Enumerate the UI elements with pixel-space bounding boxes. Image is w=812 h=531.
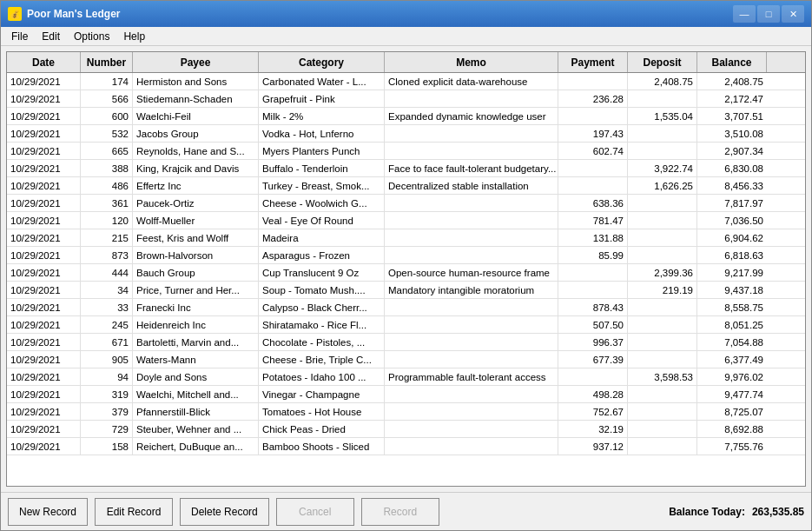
cell-18-5: 498.28 — [558, 386, 628, 402]
cell-19-3: Tomatoes - Hot House — [259, 403, 385, 420]
cell-20-3: Chick Peas - Dried — [259, 421, 385, 437]
minimize-button[interactable]: — — [733, 5, 756, 23]
cell-20-7: 8,692.88 — [697, 421, 767, 437]
table-row[interactable]: 10/29/2021215Feest, Kris and WolffMadeir… — [7, 229, 805, 247]
cell-20-0: 10/29/2021 — [7, 421, 81, 437]
col-deposit: Deposit — [628, 52, 697, 72]
menu-item-file[interactable]: File — [4, 29, 35, 44]
cell-11-0: 10/29/2021 — [7, 264, 81, 281]
table-row[interactable]: 10/29/2021174Hermiston and SonsCarbonate… — [7, 73, 805, 90]
table-row[interactable]: 10/29/2021873Brown-HalvorsonAsparagus - … — [7, 247, 805, 264]
table-row[interactable]: 10/29/2021361Paucek-OrtizCheese - Woolwi… — [7, 195, 805, 212]
table-row[interactable]: 10/29/202134Price, Turner and Her...Soup… — [7, 282, 805, 299]
cell-16-1: 905 — [81, 351, 133, 368]
cell-1-3: Grapefruit - Pink — [259, 90, 385, 107]
cell-10-3: Asparagus - Frozen — [259, 247, 385, 263]
cell-8-2: Wolff-Mueller — [133, 212, 259, 229]
cell-6-7: 8,456.33 — [697, 177, 767, 194]
cell-4-5: 602.74 — [558, 143, 628, 159]
menu-item-edit[interactable]: Edit — [35, 29, 67, 44]
cell-8-6 — [628, 212, 697, 229]
cell-3-3: Vodka - Hot, Lnferno — [259, 125, 385, 142]
cell-19-4 — [385, 403, 558, 420]
table-row[interactable]: 10/29/2021600Waelchi-FeilMilk - 2%Expand… — [7, 108, 805, 125]
cell-10-2: Brown-Halvorson — [133, 247, 259, 263]
table-row[interactable]: 10/29/2021665Reynolds, Hane and S...Myer… — [7, 143, 805, 160]
cell-7-5: 638.36 — [558, 195, 628, 211]
cell-7-3: Cheese - Woolwich G... — [259, 195, 385, 211]
cell-4-7: 2,907.34 — [697, 143, 767, 159]
cell-11-4: Open-source human-resource frame — [385, 264, 558, 281]
cell-20-4 — [385, 421, 558, 437]
col-date: Date — [7, 52, 81, 72]
cell-19-7: 8,725.07 — [697, 403, 767, 420]
cell-5-1: 388 — [81, 160, 133, 176]
cell-2-3: Milk - 2% — [259, 108, 385, 124]
cell-16-4 — [385, 351, 558, 368]
record-button[interactable]: Record — [361, 498, 439, 526]
table-body[interactable]: 10/29/2021174Hermiston and SonsCarbonate… — [7, 73, 805, 486]
table-row[interactable]: 10/29/2021566Stiedemann-SchadenGrapefrui… — [7, 90, 805, 108]
delete-record-button[interactable]: Delete Record — [180, 498, 269, 526]
scrollbar-placeholder — [767, 52, 779, 72]
maximize-button[interactable]: □ — [757, 5, 780, 23]
cell-15-4 — [385, 334, 558, 350]
table-row[interactable]: 10/29/2021444Bauch GroupCup Translucent … — [7, 264, 805, 282]
cell-0-6: 2,408.75 — [628, 73, 697, 90]
main-window: 💰 Poor Man's Ledger — □ ✕ FileEditOption… — [0, 0, 812, 531]
cell-6-5 — [558, 177, 628, 194]
cell-2-5 — [558, 108, 628, 124]
app-icon: 💰 — [8, 7, 22, 21]
col-balance: Balance — [697, 52, 767, 72]
cell-7-1: 361 — [81, 195, 133, 211]
cell-15-0: 10/29/2021 — [7, 334, 81, 350]
cell-19-5: 752.67 — [558, 403, 628, 420]
cell-11-3: Cup Translucent 9 Oz — [259, 264, 385, 281]
table-row[interactable]: 10/29/2021158Reichert, DuBuque an...Bamb… — [7, 438, 805, 455]
cell-9-3: Madeira — [259, 229, 385, 246]
close-button[interactable]: ✕ — [782, 5, 804, 23]
content-area: Date Number Payee Category Memo Payment … — [1, 46, 811, 492]
table-row[interactable]: 10/29/2021379Pfannerstill-BlickTomatoes … — [7, 403, 805, 421]
table-row[interactable]: 10/29/2021671Bartoletti, Marvin and...Ch… — [7, 334, 805, 351]
ledger-table: Date Number Payee Category Memo Payment … — [6, 51, 806, 487]
cell-18-6 — [628, 386, 697, 402]
cell-10-6 — [628, 247, 697, 263]
cell-3-5: 197.43 — [558, 125, 628, 142]
table-row[interactable]: 10/29/202133Franecki IncCalypso - Black … — [7, 299, 805, 316]
cell-3-4 — [385, 125, 558, 142]
cell-9-6 — [628, 229, 697, 246]
cell-2-4: Expanded dynamic knowledge user — [385, 108, 558, 124]
menu-item-help[interactable]: Help — [116, 29, 152, 44]
cancel-button[interactable]: Cancel — [276, 498, 354, 526]
table-row[interactable]: 10/29/202194Doyle and SonsPotatoes - Ida… — [7, 368, 805, 386]
table-row[interactable]: 10/29/2021532Jacobs GroupVodka - Hot, Ln… — [7, 125, 805, 143]
cell-1-5: 236.28 — [558, 90, 628, 107]
cell-9-0: 10/29/2021 — [7, 229, 81, 246]
table-row[interactable]: 10/29/2021905Waters-MannCheese - Brie, T… — [7, 351, 805, 368]
table-row[interactable]: 10/29/2021120Wolff-MuellerVeal - Eye Of … — [7, 212, 805, 229]
table-row[interactable]: 10/29/2021486Effertz IncTurkey - Breast,… — [7, 177, 805, 195]
cell-5-5 — [558, 160, 628, 176]
table-row[interactable]: 10/29/2021245Heidenreich IncShiratamako … — [7, 316, 805, 334]
cell-14-5: 507.50 — [558, 316, 628, 333]
cell-6-3: Turkey - Breast, Smok... — [259, 177, 385, 194]
cell-17-5 — [558, 368, 628, 385]
menu-item-options[interactable]: Options — [67, 29, 116, 44]
cell-10-0: 10/29/2021 — [7, 247, 81, 263]
cell-18-4 — [385, 386, 558, 402]
table-row[interactable]: 10/29/2021319Waelchi, Mitchell and...Vin… — [7, 386, 805, 403]
cell-0-0: 10/29/2021 — [7, 73, 81, 90]
cell-18-3: Vinegar - Champagne — [259, 386, 385, 402]
cell-17-0: 10/29/2021 — [7, 368, 81, 385]
cell-1-1: 566 — [81, 90, 133, 107]
table-row[interactable]: 10/29/2021388King, Krajcik and DavisBuff… — [7, 160, 805, 177]
cell-5-0: 10/29/2021 — [7, 160, 81, 176]
cell-13-5: 878.43 — [558, 299, 628, 315]
table-row[interactable]: 10/29/2021729Steuber, Wehner and ...Chic… — [7, 421, 805, 438]
menu-bar: FileEditOptionsHelp — [1, 27, 811, 46]
edit-record-button[interactable]: Edit Record — [95, 498, 173, 526]
new-record-button[interactable]: New Record — [8, 498, 88, 526]
cell-7-6 — [628, 195, 697, 211]
title-bar-left: 💰 Poor Man's Ledger — [8, 7, 121, 21]
